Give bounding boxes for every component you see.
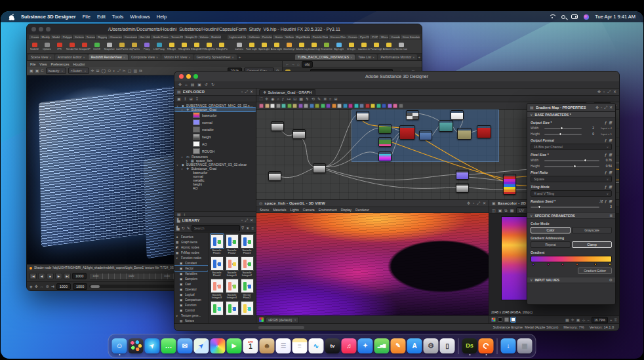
library-item[interactable]: Swizzle Integer3 [210,279,224,300]
render-camera-select[interactable]: <Auto>∨ [68,68,89,74]
dock-icon[interactable]: ≡ [292,338,308,353]
gradient-stop[interactable] [561,263,564,266]
toolbar-icon[interactable]: ⊡ [293,97,296,101]
pane-tab[interactable]: Geometry Spreadsheet✕ [194,54,237,60]
control-center-icon[interactable] [571,14,578,19]
dock-icon[interactable]: ➤ [145,338,160,353]
toolbar-icon[interactable]: ⛶ [260,97,262,101]
shelf-tool[interactable]: Stereo Camera [395,43,407,50]
toolbar-icon[interactable]: C [41,69,43,73]
shelf-tab[interactable]: Deform [73,35,84,39]
node-type-chip[interactable] [326,104,331,108]
node-type-chip[interactable] [287,104,292,108]
render-pass-select[interactable]: beauty∨ [46,68,66,74]
shelf-tab[interactable]: Collisions [247,35,260,39]
toolbar-icon[interactable]: ↺ [205,83,208,87]
node-type-chip[interactable] [292,104,297,108]
library-category[interactable]: ▣ Function [174,302,208,308]
shelf-tab[interactable]: Particle Fluids [311,35,328,39]
random-seed-slider[interactable]: 3 [531,204,612,210]
library-category[interactable]: ∨ Function nodes [174,255,208,260]
tree-item[interactable]: metallic [174,126,256,133]
playbar-icon[interactable]: ✥ [35,285,38,289]
shelf-tab[interactable]: POP [370,35,378,39]
shelf-tool[interactable]: RenderView [66,43,78,50]
dock-icon[interactable] [479,338,494,353]
toolbar-icon[interactable]: ↻ [182,226,185,230]
transport-button[interactable]: ■ [47,273,54,279]
graph-node[interactable] [477,125,491,138]
shelf-tab[interactable]: Pyro FX [358,35,369,39]
toolbar-icon[interactable]: ⊞ [96,69,100,73]
menu-item[interactable]: File [83,14,91,20]
filter-icon[interactable]: ▤ [177,212,181,216]
toolbar-icon[interactable]: ⌗ [329,97,331,101]
output-width-slider[interactable]: Width 2 Input x 4 [531,125,612,131]
dock-icon[interactable] [129,338,144,353]
shelf-tab[interactable]: Vellum [283,35,294,39]
dock-icon[interactable]: ▂▅▇ [374,338,390,353]
pane-tab[interactable]: Redshift RenderView✕ [89,54,128,60]
shelf-tab[interactable]: Particles [260,35,272,39]
dock-icon[interactable]: ✉ [178,338,193,353]
menu-icon[interactable]: ≣ [609,153,612,157]
channel-chip[interactable] [504,317,509,322]
library-search-input[interactable] [191,225,240,231]
toolbar-icon[interactable]: ⊙ [108,69,111,73]
node-type-chip[interactable] [393,104,397,108]
toolbar-icon[interactable]: ▥ [134,69,138,73]
shelf-tab[interactable]: Polygon [61,35,73,39]
menu-item[interactable]: Environment [319,208,337,212]
info-icon[interactable]: i [184,212,185,216]
node-type-chip[interactable] [315,104,319,108]
dock-icon[interactable]: tv [325,338,340,353]
toolbar-icon[interactable]: ⤢ [117,69,121,73]
toolbar-icon[interactable]: ↥ [184,97,187,101]
pane-tab[interactable]: Scene View✕ [28,54,54,60]
substance-titlebar[interactable]: Adobe Substance 3D Designer [174,71,619,81]
float-icon[interactable]: ▫ [241,218,243,222]
library-category[interactable]: ▣ Samplers [174,276,208,281]
gradient-stop[interactable] [547,263,550,266]
toolbar-icon[interactable]: ⊶ [287,97,291,101]
menu-item[interactable]: Tools [112,14,124,20]
menu-bar-clock[interactable]: Tue Apr 1 9:41 AM [595,14,635,20]
shelf-tab[interactable]: Crowds [389,35,400,39]
graph-node[interactable] [313,163,326,173]
node-type-chip[interactable] [348,104,353,108]
graph-node[interactable] [457,128,472,140]
close-icon[interactable]: ✕ [250,218,253,222]
shelf-tab[interactable]: Wires [379,35,388,39]
toolbar-icon[interactable]: ⌂ [185,83,188,87]
dock-icon[interactable]: ☰ [276,338,291,353]
toolbar-icon[interactable]: ▣ [197,83,201,87]
menu-item[interactable]: View [39,62,47,66]
dock-icon[interactable]: ☻ [260,338,275,353]
toolbar-icon[interactable]: ▙ [176,226,180,230]
toolbar-icon[interactable]: ⧉ [139,69,142,73]
channel-chip[interactable] [498,317,502,322]
graph-node[interactable] [406,110,419,120]
toolbar-icon[interactable]: ▣ [576,318,580,322]
dock-icon[interactable]: ▦ [517,338,533,353]
zoom-button[interactable] [193,74,198,79]
shelf-tool[interactable]: ViewportIPR [78,43,91,50]
dock-icon[interactable] [497,338,498,354]
shelf-tool[interactable]: Volume Light [295,43,308,50]
toggle-button[interactable]: Grayscale [572,227,612,233]
node-type-chip[interactable] [321,104,325,108]
menu-item[interactable]: Scene [260,208,269,212]
library-category[interactable]: ▣ Comparison [174,297,208,302]
shelf-tool[interactable]: Caustics Light [357,43,370,50]
pixel-height-slider[interactable]: Height 0.54 [531,163,612,169]
caret-icon[interactable]: ∨ [181,167,184,170]
gradient-stop[interactable] [576,263,578,266]
menu-icon[interactable]: ≣ [609,170,612,174]
toolbar-icon[interactable]: ✛ [265,97,268,101]
node-type-chip[interactable] [388,104,392,108]
toolbar-icon[interactable]: ⧉ [504,209,507,212]
shelf-tool[interactable]: RSLightSun [203,43,215,50]
colorspace-select[interactable]: sRGB (default)∨ [266,317,299,323]
toolbar-icon[interactable]: ◯ [102,69,106,73]
menu-item[interactable]: Renderer [355,208,369,212]
